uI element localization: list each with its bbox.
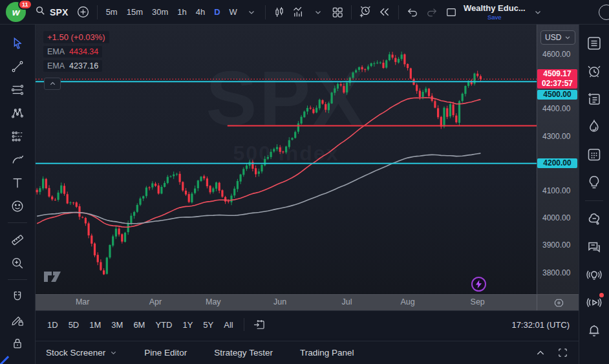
select-layout-button[interactable] (442, 3, 461, 22)
app-logo[interactable]: w 11 (0, 0, 30, 25)
range-toolbar: 1D 5D 1M 3M 6M YTD 1Y 5Y All 17:32:01 (U… (36, 310, 579, 338)
timeframe-dropdown-chevron-icon[interactable] (242, 3, 261, 22)
tab-pine-editor[interactable]: Pine Editor (144, 348, 187, 358)
timeframe-5m[interactable]: 5m (102, 4, 122, 21)
streams-icon[interactable] (582, 290, 606, 315)
range-6m[interactable]: 6M (128, 317, 150, 332)
range-1m[interactable]: 1M (84, 317, 106, 332)
currency-selector[interactable]: USD (540, 30, 575, 45)
emoji-tool[interactable] (6, 195, 28, 217)
time-axis[interactable]: MarAprMayJunJulAugSep (36, 294, 579, 310)
calendar-icon[interactable] (582, 142, 606, 167)
go-to-date-button[interactable] (250, 316, 269, 334)
level-price-badge: 4200.00 (537, 158, 577, 168)
notification-count-badge: 11 (18, 0, 32, 10)
save-label[interactable]: Save (487, 14, 502, 21)
toolbar-separator (398, 5, 399, 19)
ema-1-value: 4434.34 (69, 47, 98, 56)
ema-1-row[interactable]: EMA 4434.34 (43, 46, 102, 58)
tab-strategy-tester[interactable]: Strategy Tester (214, 348, 273, 358)
expand-panel-chevron-up-icon[interactable] (535, 348, 546, 358)
redo-button[interactable] (422, 3, 442, 22)
text-tool[interactable] (6, 172, 28, 193)
bar-replay-button[interactable] (375, 3, 394, 22)
tab-trading-panel[interactable]: Trading Panel (300, 348, 354, 358)
ema-1-label: EMA (47, 47, 65, 56)
symbol-search[interactable]: SPX (30, 3, 74, 22)
chart-style-candles-button[interactable] (270, 3, 289, 22)
tab-stock-screener[interactable]: Stock Screener (46, 348, 117, 358)
user-avatar[interactable] (599, 5, 609, 20)
compare-add-symbol-button[interactable] (74, 3, 93, 22)
layout-grid-button[interactable] (328, 3, 347, 22)
zoom-in-tool[interactable] (6, 252, 28, 273)
range-1y[interactable]: 1Y (177, 317, 198, 332)
price-axis[interactable]: USD 4600.004400.004300.004100.004000.003… (537, 25, 579, 294)
maximize-panel-icon[interactable] (557, 347, 568, 358)
layout-dropdown-chevron-icon[interactable] (528, 3, 548, 22)
hotlists-icon[interactable] (582, 114, 606, 139)
magnet-tool[interactable] (6, 286, 28, 307)
trend-line-tool[interactable] (6, 56, 28, 77)
hide-all-drawings-tool[interactable] (6, 357, 28, 364)
layout-account-menu[interactable]: Wealthy Educ... Save (461, 4, 528, 21)
timeframe-1w[interactable]: W (225, 4, 242, 21)
axis-separator (537, 295, 537, 311)
stay-in-drawing-mode-tool[interactable] (6, 309, 28, 330)
range-3m[interactable]: 3M (106, 317, 128, 332)
chart-settings-gear-icon[interactable] (550, 296, 568, 310)
brush-tool[interactable] (6, 149, 28, 170)
timeframe-15m[interactable]: 15m (122, 4, 147, 21)
live-ideas-icon[interactable] (582, 262, 606, 287)
ideas-icon[interactable] (582, 170, 606, 195)
tradingview-watermark-logo[interactable] (43, 270, 65, 286)
undo-button[interactable] (403, 3, 422, 22)
fib-retracement-tool[interactable] (6, 79, 28, 100)
candlestick-chart[interactable] (36, 25, 537, 294)
range-1d[interactable]: 1D (42, 317, 63, 332)
search-icon (35, 5, 46, 19)
range-ytd[interactable]: YTD (150, 317, 177, 332)
clock-utc[interactable]: 17:32:01 (UTC) (511, 320, 572, 330)
timeframe-1h[interactable]: 1h (173, 4, 191, 21)
alerts-icon[interactable] (582, 59, 606, 83)
price-tick: 4000.00 (542, 213, 570, 222)
symbol-change-row[interactable]: +1.50 (+0.03%) (43, 31, 109, 43)
notifications-bell-icon[interactable] (582, 318, 606, 343)
xabcd-pattern-tool[interactable] (6, 102, 28, 123)
layout-name: Wealthy Educ... (464, 4, 526, 12)
strategy-tester-label: Strategy Tester (214, 348, 273, 358)
indicators-button[interactable] (289, 3, 308, 22)
indicators-dropdown-chevron-icon[interactable] (308, 3, 328, 22)
events-lightning-badge[interactable] (471, 277, 486, 292)
price-tick: 4600.00 (542, 50, 570, 59)
legend-collapse-button[interactable] (44, 78, 61, 90)
month-label: May (206, 297, 221, 306)
range-all[interactable]: All (219, 317, 238, 332)
range-5d[interactable]: 5D (63, 317, 85, 332)
timeframe-30m[interactable]: 30m (147, 4, 173, 21)
watchlist-icon[interactable] (582, 31, 606, 56)
measure-ruler-tool[interactable] (6, 229, 28, 250)
pine-editor-label: Pine Editor (144, 348, 187, 358)
price-tick: 4400.00 (542, 104, 570, 113)
ema-2-row[interactable]: EMA 4237.16 (43, 60, 102, 72)
live-indicator-dot (598, 292, 605, 299)
lock-all-drawings-tool[interactable] (6, 332, 28, 354)
chat-icon[interactable] (582, 235, 606, 259)
minds-icon[interactable] (582, 207, 606, 231)
timeframe-4h[interactable]: 4h (191, 4, 209, 21)
chevron-down-icon (564, 34, 571, 41)
range-5y[interactable]: 5Y (198, 317, 219, 332)
forecast-position-tool[interactable] (6, 125, 28, 147)
ema-2-value: 4237.16 (69, 61, 98, 70)
journal-plus-icon[interactable] (582, 87, 606, 111)
toolbar-separator (8, 279, 27, 280)
timeframe-1d-active[interactable]: D (209, 4, 224, 21)
chart-pane[interactable]: SPX 500 Index +1.50 (+0.03%) EMA 4434.34… (36, 25, 537, 294)
cursor-tool[interactable] (6, 32, 28, 54)
right-sidebar (579, 25, 609, 364)
create-alert-button[interactable] (356, 3, 375, 22)
price-tick: 4100.00 (542, 186, 570, 195)
trading-panel-label: Trading Panel (300, 348, 354, 358)
